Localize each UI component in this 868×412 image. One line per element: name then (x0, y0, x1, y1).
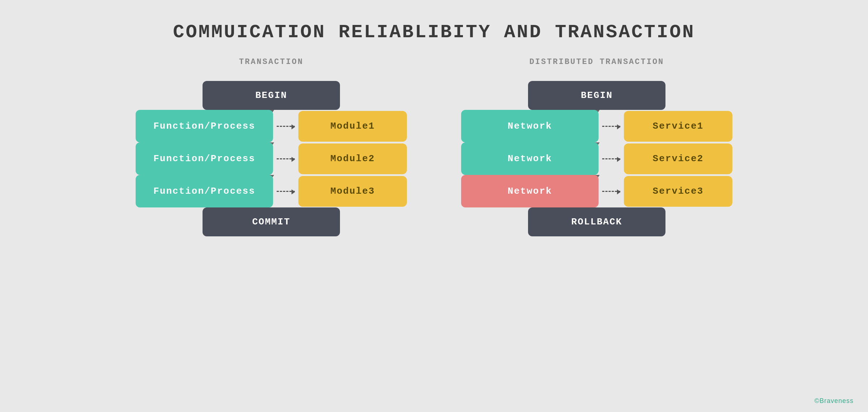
rollback-box: ROLLBACK (528, 207, 665, 236)
main-title: COMMUICATION RELIABLIBITY AND TRANSACTIO… (0, 0, 868, 57)
transaction-step-2-row: Function/Process Module2 (136, 142, 407, 175)
transaction-begin-box: BEGIN (203, 81, 340, 110)
arrow-step2-to-module2 (277, 158, 295, 159)
network3-box: Network (461, 175, 599, 207)
transaction-diagram: TRANSACTION RELIABLE BEGIN Function/Proc… (145, 57, 398, 236)
transaction-title: TRANSACTION (239, 57, 303, 66)
arrow-step1-to-module1 (277, 126, 295, 127)
transaction-step-1-row: Function/Process Module1 (136, 110, 407, 142)
module2-box: Module2 (298, 143, 407, 174)
watermark: ©Braveness (814, 397, 854, 405)
transaction-step-2-box: Function/Process (136, 142, 273, 175)
commit-box: COMMIT (203, 207, 340, 236)
transaction-step-3-row: Function/Process Module3 (136, 175, 407, 207)
service1-box: Service1 (624, 111, 732, 142)
distributed-diagram: DISTRIBUTED TRANSACTION UNRELIABLE BEGIN… (470, 57, 723, 236)
transaction-step-3-box: Function/Process (136, 175, 273, 207)
arrow-net1-to-svc1 (602, 126, 620, 127)
distributed-begin-box: BEGIN (528, 81, 665, 110)
service3-box: Service3 (624, 176, 732, 207)
distributed-title: DISTRIBUTED TRANSACTION (529, 57, 664, 66)
transaction-step-1-box: Function/Process (136, 110, 273, 142)
module3-box: Module3 (298, 176, 407, 207)
arrow-net3-to-svc3 (602, 191, 620, 192)
distributed-step-1-row: Network Service1 (461, 110, 732, 142)
arrow-net2-to-svc2 (602, 158, 620, 159)
distributed-step-3-row: Network Service3 (461, 175, 732, 207)
network1-box: Network (461, 110, 599, 142)
distributed-step-2-row: Network Service2 (461, 142, 732, 175)
module1-box: Module1 (298, 111, 407, 142)
network2-box: Network (461, 142, 599, 175)
service2-box: Service2 (624, 143, 732, 174)
arrow-step3-to-module3 (277, 191, 295, 192)
